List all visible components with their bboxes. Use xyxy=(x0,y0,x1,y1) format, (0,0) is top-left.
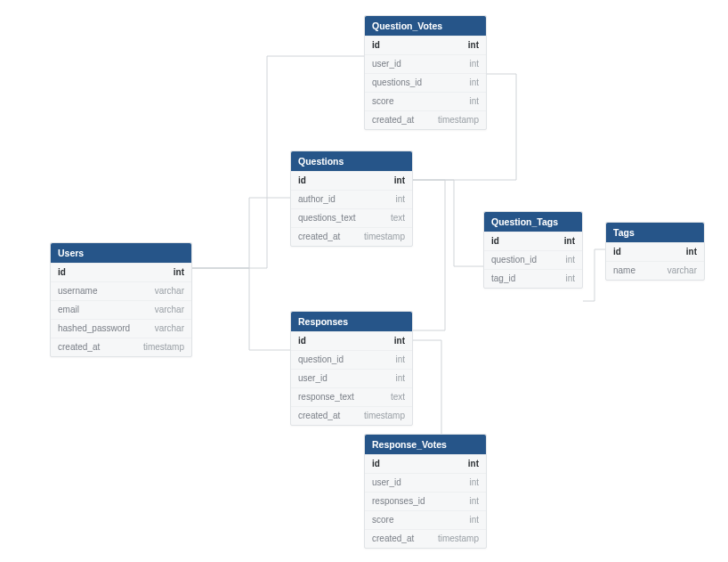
table-row[interactable]: tag_idint xyxy=(484,269,582,288)
table-row[interactable]: created_attimestamp xyxy=(365,529,486,548)
field-name: username xyxy=(58,286,146,297)
field-type: int xyxy=(555,236,575,247)
table-row[interactable]: user_idint xyxy=(365,473,486,492)
field-name: score xyxy=(372,96,460,107)
field-type: varchar xyxy=(146,323,184,334)
field-name: hashed_password xyxy=(58,323,146,334)
field-type: varchar xyxy=(146,286,184,297)
field-type: int xyxy=(385,336,405,346)
field-name: created_at xyxy=(58,342,134,353)
field-type: int xyxy=(460,96,479,107)
table-row[interactable]: idint xyxy=(291,331,412,350)
field-type: int xyxy=(385,175,405,186)
table-row[interactable]: questions_texttext xyxy=(291,208,412,227)
field-name: id xyxy=(58,267,165,278)
field-type: int xyxy=(386,373,405,384)
table-question-tags[interactable]: Question_Tags idint question_idint tag_i… xyxy=(483,211,583,289)
field-type: timestamp xyxy=(429,533,479,544)
field-type: int xyxy=(459,459,479,469)
field-name: user_id xyxy=(372,477,460,488)
table-row[interactable]: hashed_passwordvarchar xyxy=(51,319,191,338)
field-type: int xyxy=(556,255,575,265)
field-type: timestamp xyxy=(355,411,405,421)
table-row[interactable]: idint xyxy=(365,36,486,54)
field-name: user_id xyxy=(298,373,386,384)
field-type: int xyxy=(460,515,479,525)
table-row[interactable]: user_idint xyxy=(365,54,486,73)
table-row[interactable]: emailvarchar xyxy=(51,300,191,319)
table-header: Response_Votes xyxy=(365,435,486,454)
field-type: int xyxy=(556,273,575,284)
table-questions[interactable]: Questions idint author_idint questions_t… xyxy=(290,151,413,247)
table-header: Question_Tags xyxy=(484,212,582,232)
field-name: id xyxy=(372,459,459,469)
field-type: varchar xyxy=(659,265,697,276)
field-name: score xyxy=(372,515,460,525)
field-name: responses_id xyxy=(372,496,460,507)
field-name: id xyxy=(298,175,385,186)
field-type: int xyxy=(386,194,405,205)
field-type: int xyxy=(677,247,697,257)
field-name: question_id xyxy=(298,354,386,365)
field-type: timestamp xyxy=(134,342,184,353)
table-response-votes[interactable]: Response_Votes idint user_idint response… xyxy=(364,434,487,549)
field-type: text xyxy=(382,392,405,403)
field-name: questions_text xyxy=(298,213,382,224)
field-type: int xyxy=(165,267,184,278)
field-type: text xyxy=(382,213,405,224)
field-type: timestamp xyxy=(355,232,405,242)
table-header: Question_Votes xyxy=(365,16,486,36)
field-name: email xyxy=(58,305,146,315)
table-row[interactable]: namevarchar xyxy=(606,261,704,280)
table-responses[interactable]: Responses idint question_idint user_idin… xyxy=(290,311,413,426)
table-row[interactable]: idint xyxy=(291,171,412,190)
table-row[interactable]: created_attimestamp xyxy=(51,338,191,356)
field-type: int xyxy=(460,77,479,88)
field-name: response_text xyxy=(298,392,382,403)
field-type: timestamp xyxy=(429,115,479,126)
field-name: id xyxy=(491,236,555,247)
table-row[interactable]: idint xyxy=(51,263,191,281)
field-type: int xyxy=(460,477,479,488)
field-name: author_id xyxy=(298,194,386,205)
field-name: id xyxy=(298,336,385,346)
field-name: user_id xyxy=(372,59,460,69)
table-row[interactable]: idint xyxy=(365,454,486,473)
table-row[interactable]: question_idint xyxy=(291,350,412,369)
table-row[interactable]: idint xyxy=(606,242,704,261)
table-row[interactable]: author_idint xyxy=(291,190,412,208)
field-name: tag_id xyxy=(491,273,556,284)
table-tags[interactable]: Tags idint namevarchar xyxy=(605,222,705,281)
table-users[interactable]: Users idint usernamevarchar emailvarchar… xyxy=(50,242,192,357)
erd-canvas: { "tables": { "users": { "title": "Users… xyxy=(0,0,728,562)
table-row[interactable]: response_texttext xyxy=(291,387,412,406)
table-row[interactable]: questions_idint xyxy=(365,73,486,92)
table-row[interactable]: created_attimestamp xyxy=(291,406,412,425)
table-row[interactable]: scoreint xyxy=(365,510,486,529)
field-type: varchar xyxy=(146,305,184,315)
table-row[interactable]: responses_idint xyxy=(365,492,486,510)
field-type: int xyxy=(460,59,479,69)
table-header: Responses xyxy=(291,312,412,331)
table-header: Tags xyxy=(606,223,704,242)
field-name: name xyxy=(613,265,659,276)
table-question-votes[interactable]: Question_Votes idint user_idint question… xyxy=(364,15,487,130)
table-row[interactable]: created_attimestamp xyxy=(365,110,486,129)
field-name: created_at xyxy=(372,115,429,126)
field-name: id xyxy=(613,247,677,257)
field-type: int xyxy=(460,496,479,507)
field-name: created_at xyxy=(298,411,355,421)
field-type: int xyxy=(386,354,405,365)
field-name: created_at xyxy=(298,232,355,242)
table-row[interactable]: usernamevarchar xyxy=(51,281,191,300)
table-row[interactable]: scoreint xyxy=(365,92,486,110)
field-name: question_id xyxy=(491,255,556,265)
table-header: Users xyxy=(51,243,191,263)
table-row[interactable]: question_idint xyxy=(484,250,582,269)
table-row[interactable]: user_idint xyxy=(291,369,412,387)
field-name: id xyxy=(372,40,459,51)
field-type: int xyxy=(459,40,479,51)
table-header: Questions xyxy=(291,151,412,171)
table-row[interactable]: created_attimestamp xyxy=(291,227,412,246)
table-row[interactable]: idint xyxy=(484,232,582,250)
